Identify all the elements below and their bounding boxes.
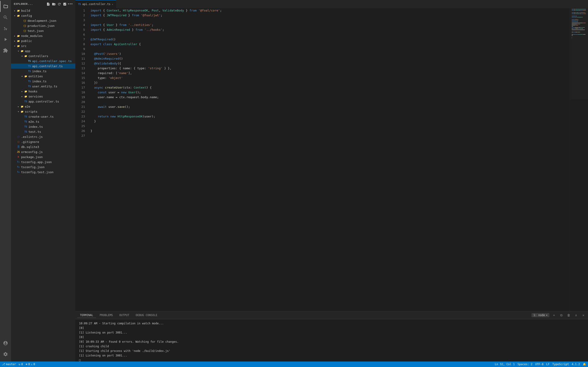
close-terminal-button[interactable]: ✕ xyxy=(581,312,586,318)
label-tsconfig: tsconfig.json xyxy=(21,165,44,169)
tree-item-scripts[interactable]: 📁 scripts xyxy=(11,109,75,114)
tree-item-config[interactable]: 📁 config xyxy=(11,13,75,18)
tab-terminal[interactable]: TERMINAL xyxy=(77,313,96,318)
account-icon[interactable] xyxy=(0,338,11,349)
spacer xyxy=(20,125,24,128)
language-status[interactable]: TypeScript xyxy=(552,363,569,366)
json-icon2: {} xyxy=(23,24,27,27)
settings-icon[interactable] xyxy=(0,349,11,360)
error-status[interactable]: ⊗ 0 ⚠ 0 xyxy=(26,363,35,366)
branch-status[interactable]: ⎇ master xyxy=(2,363,16,366)
tree-item-public[interactable]: 📁 public xyxy=(11,38,75,43)
label-app: app xyxy=(25,49,30,53)
more-options-button[interactable]: ••• xyxy=(68,2,73,6)
tree-item-index-ent[interactable]: TS index.ts xyxy=(11,79,75,84)
tree-item-package-json[interactable]: N package.json xyxy=(11,154,75,159)
tree-item-test-ts[interactable]: TS test.ts xyxy=(11,129,75,134)
chevron-services xyxy=(20,94,24,98)
tree-item-production-json[interactable]: {} production.json xyxy=(11,23,75,28)
split-terminal-button[interactable]: ⧉ xyxy=(559,312,564,318)
tree-item-e2e[interactable]: 📁 e2e xyxy=(11,104,75,109)
tree-item-db[interactable]: 🗄 db.sqlite3 xyxy=(11,144,75,149)
tab-api-controller[interactable]: TS api.controller.ts ✕ xyxy=(75,0,116,8)
maximize-terminal-button[interactable]: ∧ xyxy=(573,312,579,318)
chevron-entities xyxy=(20,74,24,78)
tree-item-tsconfig-test[interactable]: T◇ tsconfig.test.json xyxy=(11,169,75,175)
explorer-icon[interactable] xyxy=(0,1,11,12)
chevron-app xyxy=(17,49,20,53)
extensions-icon[interactable] xyxy=(0,45,11,56)
error-icon: ⊗ xyxy=(26,363,27,366)
label-create-user: create-user.ts xyxy=(28,115,54,118)
folder-icon-node-modules: 📁 xyxy=(17,34,20,38)
ts-icon-create-user: TS xyxy=(24,115,27,118)
new-folder-button[interactable] xyxy=(52,2,56,6)
tree-item-index-ctrl[interactable]: TS index.ts xyxy=(11,69,75,74)
tab-debug-console[interactable]: DEBUG CONSOLE xyxy=(133,313,160,318)
new-file-button[interactable] xyxy=(46,2,51,6)
tab-output[interactable]: OUTPUT xyxy=(117,313,132,318)
tree-item-eslintrc[interactable]: ⬡ .eslintrc.js xyxy=(11,134,75,139)
spacer xyxy=(13,170,17,174)
spaces-status[interactable]: Spaces: 2 xyxy=(518,363,532,366)
tree-item-node-modules[interactable]: 📁 node_modules xyxy=(11,33,75,38)
chevron-hooks xyxy=(20,90,24,93)
line-col-status[interactable]: Ln 32, Col 1 xyxy=(495,363,515,366)
editor-area: TS api.controller.ts ✕ 12345678910111213… xyxy=(75,0,588,361)
tree-item-src[interactable]: 📁 src xyxy=(11,43,75,48)
source-control-icon[interactable] xyxy=(0,23,11,34)
eol-value: LF xyxy=(546,363,549,366)
kill-terminal-button[interactable]: 🗑 xyxy=(566,312,571,318)
tree-item-controllers[interactable]: 📁 controllers xyxy=(11,53,75,58)
label-tsconfig-app: tsconfig.app.json xyxy=(21,160,52,164)
error-count: 0 xyxy=(28,363,30,366)
eol-status[interactable]: LF xyxy=(546,363,549,366)
terminal-dropdown[interactable]: 1: node ▾ xyxy=(531,313,549,317)
add-terminal-button[interactable]: + xyxy=(551,312,557,318)
label-tsconfig-test: tsconfig.test.json xyxy=(21,170,53,174)
version-status[interactable]: 4.1.2 xyxy=(572,363,580,366)
tree-item-ormconfig[interactable]: JS ormconfig.js xyxy=(11,149,75,154)
close-tab-icon[interactable]: ✕ xyxy=(112,3,113,6)
label-test-ts: test.ts xyxy=(28,130,41,133)
tree-item-user-entity[interactable]: TS user.entity.ts xyxy=(11,84,75,89)
db-icon: 🗄 xyxy=(17,145,20,149)
sync-status[interactable]: ↻ 0 xyxy=(19,363,23,366)
statusbar: ⎇ master ↻ 0 ⊗ 0 ⚠ 0 Ln 32, Col 1 Spaces… xyxy=(0,361,588,367)
tree-item-development-json[interactable]: {} development.json xyxy=(11,18,75,23)
spacer xyxy=(13,135,17,139)
tree-item-api-controller[interactable]: TS api.controller.ts xyxy=(11,64,75,69)
tree-item-app-controller[interactable]: TS app.controller.ts xyxy=(11,99,75,104)
terminal-content[interactable]: 10:09:27 AM - Starting compilation in wa… xyxy=(75,319,588,361)
tree-item-services[interactable]: 📁 services xyxy=(11,94,75,99)
tree-item-index-root[interactable]: TS index.ts xyxy=(11,124,75,129)
tree-item-build[interactable]: 📁 build xyxy=(11,8,75,13)
encoding-status[interactable]: UTF-8 xyxy=(535,363,544,366)
notification-icon[interactable]: 🔔 xyxy=(583,363,586,366)
tree-item-tsconfig[interactable]: T◇ tsconfig.json xyxy=(11,165,75,169)
tree-item-e2e-ts[interactable]: TS e2e.ts xyxy=(11,119,75,124)
label-services: services xyxy=(28,95,43,98)
tree-item-create-user[interactable]: TS create-user.ts xyxy=(11,114,75,119)
tree-item-gitignore[interactable]: ⬡ .gitignore xyxy=(11,139,75,144)
tree-item-api-spec[interactable]: TS api.controller.spec.ts xyxy=(11,58,75,64)
folder-icon-config: 📁 xyxy=(17,14,20,17)
collapse-all-button[interactable] xyxy=(62,2,67,6)
tree-item-app[interactable]: 📁 app xyxy=(11,48,75,53)
code-editor[interactable]: import { Context, HttpResponseOK, Post, … xyxy=(87,8,570,311)
run-icon[interactable] xyxy=(0,34,11,45)
tab-problems[interactable]: PROBLEMS xyxy=(97,313,116,318)
refresh-button[interactable] xyxy=(57,2,61,6)
search-icon[interactable] xyxy=(0,12,11,23)
label-src: src xyxy=(21,44,26,48)
spaces-value: Spaces: 2 xyxy=(518,363,532,366)
tree-item-test-json[interactable]: {} test.json xyxy=(11,28,75,33)
spacer xyxy=(13,150,17,154)
tree-item-hooks[interactable]: 📁 hooks xyxy=(11,89,75,94)
tsconfig-icon2: T◇ xyxy=(17,165,20,169)
sidebar-title: EXPLORER... xyxy=(14,2,33,6)
folder-icon-public: 📁 xyxy=(17,39,20,43)
json-icon: {} xyxy=(23,19,27,23)
tree-item-tsconfig-app[interactable]: T◇ tsconfig.app.json xyxy=(11,159,75,165)
tree-item-entities[interactable]: 📁 entities xyxy=(11,74,75,79)
